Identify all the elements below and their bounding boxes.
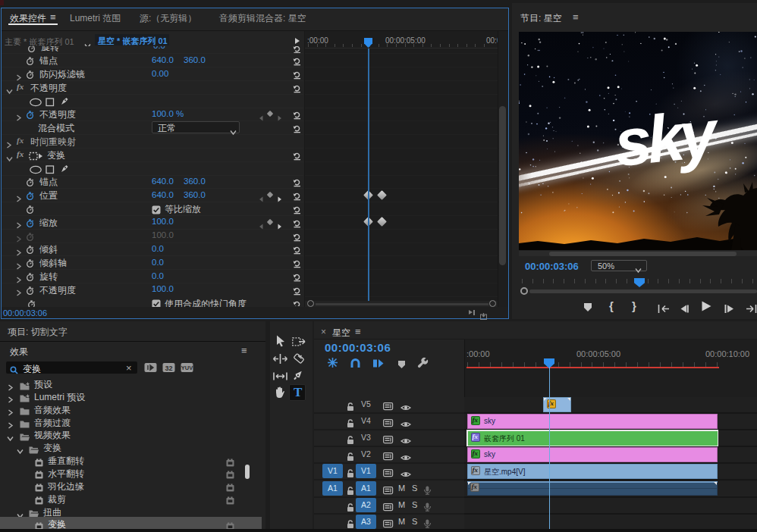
svg-text:32: 32 bbox=[165, 365, 172, 372]
svg-text:YUV: YUV bbox=[181, 365, 193, 371]
